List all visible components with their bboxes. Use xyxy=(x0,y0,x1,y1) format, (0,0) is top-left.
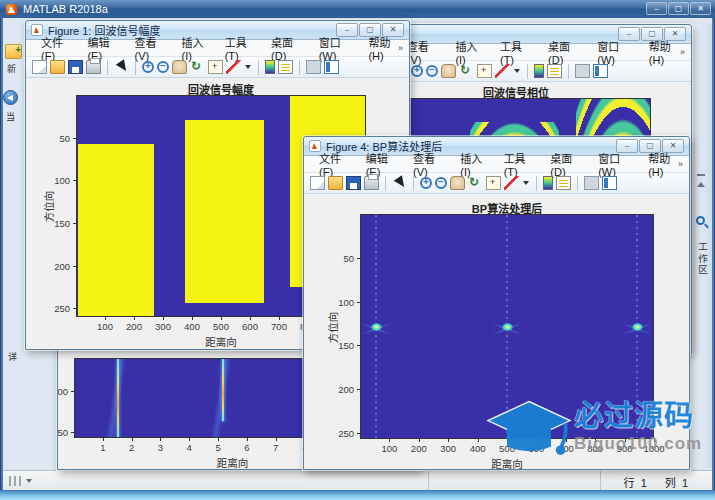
x-tick-mark xyxy=(250,317,251,320)
y-tick-label: 250 xyxy=(328,428,354,439)
menu-item-1[interactable]: 编辑(E) xyxy=(359,150,406,178)
insert-legend-icon[interactable] xyxy=(556,176,571,190)
toolstrip-label-fragment: 新 xyxy=(7,62,16,75)
x-tick-label: 400 xyxy=(180,321,204,332)
edit-plot-icon[interactable] xyxy=(392,176,407,190)
show-plot-tools-dock-icon[interactable] xyxy=(324,60,339,74)
pan-icon[interactable] xyxy=(441,64,456,78)
zoom-in-icon[interactable] xyxy=(420,177,432,189)
menu-item-6[interactable]: 窗口(W) xyxy=(312,34,362,62)
menu-item-1[interactable]: 编辑(E) xyxy=(80,34,127,62)
menu-item-5[interactable]: 桌面(D) xyxy=(264,34,312,62)
insert-legend-icon[interactable] xyxy=(278,60,293,74)
main-window-title: MATLAB R2018a xyxy=(23,3,108,15)
rotate-3d-icon[interactable] xyxy=(190,60,205,74)
hide-plot-tools-icon[interactable] xyxy=(306,60,321,74)
save-figure-icon[interactable] xyxy=(68,60,83,74)
x-tick-label: 3 xyxy=(148,442,172,453)
hide-plot-tools-icon[interactable] xyxy=(575,64,590,78)
dropdown-icon[interactable] xyxy=(522,176,530,190)
menu-item-2[interactable]: 查看(V) xyxy=(406,150,453,178)
x-tick-mark xyxy=(163,317,164,320)
statusbar-grip-icon[interactable] xyxy=(9,476,22,486)
workspace-side-panel[interactable]: 工作区 xyxy=(690,24,712,468)
print-figure-icon[interactable] xyxy=(364,176,379,190)
show-plot-tools-dock-icon[interactable] xyxy=(593,64,608,78)
zoom-out-icon[interactable] xyxy=(435,177,447,189)
insert-colorbar-icon[interactable] xyxy=(543,176,553,190)
menu-item-3[interactable]: 插入(I) xyxy=(453,150,496,178)
range-line-smear xyxy=(210,359,231,438)
save-figure-icon[interactable] xyxy=(346,176,361,190)
rotate-3d-icon[interactable] xyxy=(459,64,474,78)
brush-icon[interactable] xyxy=(226,60,241,74)
data-cursor-icon[interactable] xyxy=(208,60,223,74)
x-tick-label: 1 xyxy=(91,442,115,453)
back-arrow-icon[interactable] xyxy=(3,90,18,105)
print-figure-icon[interactable] xyxy=(86,60,101,74)
zoom-out-icon[interactable] xyxy=(426,65,438,77)
menu-overflow-chevron[interactable]: » xyxy=(680,47,685,57)
menu-item-4[interactable]: 工具(T) xyxy=(493,38,541,66)
zoom-in-icon[interactable] xyxy=(411,65,423,77)
y-axis-label: 方位向 xyxy=(325,310,340,344)
open-file-icon[interactable] xyxy=(328,176,343,190)
y-tick-label: 250 xyxy=(44,303,70,314)
insert-colorbar-icon[interactable] xyxy=(265,60,275,74)
menu-item-3[interactable]: 插入(I) xyxy=(174,34,217,62)
zoom-in-icon[interactable] xyxy=(142,61,154,73)
figure-menubar: 文件(F)编辑(E)查看(V)插入(I)工具(T)桌面(D)窗口(W)帮助(H)… xyxy=(304,156,689,173)
plot-title: BP算法处理后 xyxy=(360,200,654,216)
x-tick-label: 6 xyxy=(235,442,259,453)
y-tick-mark xyxy=(357,345,360,346)
rotate-3d-icon[interactable] xyxy=(468,176,483,190)
brush-icon[interactable] xyxy=(495,64,510,78)
menu-item-0[interactable]: 文件(F) xyxy=(34,34,80,62)
edit-plot-icon[interactable] xyxy=(114,60,129,74)
menu-item-6[interactable]: 窗口(W) xyxy=(591,150,641,178)
search-icon[interactable] xyxy=(696,216,705,225)
y-tick-mark xyxy=(73,180,76,181)
menu-item-5[interactable]: 桌面(D) xyxy=(541,38,590,66)
insert-legend-icon[interactable] xyxy=(547,64,562,78)
menu-overflow-chevron[interactable]: » xyxy=(398,43,403,53)
target-rect xyxy=(185,120,264,304)
menu-overflow-chevron[interactable]: » xyxy=(678,159,683,169)
pan-icon[interactable] xyxy=(450,176,465,190)
main-titlebar[interactable]: MATLAB R2018a – ▢ ✕ xyxy=(0,0,715,18)
y-tick-label: 50 xyxy=(328,253,354,264)
maximize-button[interactable]: ▢ xyxy=(668,2,689,15)
target-rect xyxy=(78,144,154,317)
show-plot-tools-dock-icon[interactable] xyxy=(602,176,617,190)
figure-window-4[interactable]: Figure 4: BP算法处理后–▢✕文件(F)编辑(E)查看(V)插入(I)… xyxy=(303,136,690,470)
new-script-icon[interactable] xyxy=(5,44,22,59)
zoom-out-icon[interactable] xyxy=(157,61,169,73)
close-button[interactable]: ✕ xyxy=(690,2,711,15)
x-tick-label: 200 xyxy=(122,321,146,332)
minimize-button[interactable]: – xyxy=(646,2,667,15)
statusbar-caret-icon[interactable] xyxy=(26,479,32,483)
new-figure-icon[interactable] xyxy=(32,60,47,74)
menu-item-4[interactable]: 工具(T) xyxy=(497,150,544,178)
new-figure-icon[interactable] xyxy=(310,176,325,190)
menu-item-5[interactable]: 桌面(D) xyxy=(543,150,591,178)
menu-item-3[interactable]: 插入(I) xyxy=(448,38,493,66)
x-tick-label: 400 xyxy=(466,443,490,454)
menu-item-0[interactable]: 文件(F) xyxy=(312,150,359,178)
data-cursor-icon[interactable] xyxy=(486,176,501,190)
brush-icon[interactable] xyxy=(504,176,519,190)
hide-plot-tools-icon[interactable] xyxy=(584,176,599,190)
collapse-icon[interactable] xyxy=(697,182,705,187)
dropdown-icon[interactable] xyxy=(513,64,521,78)
menu-item-6[interactable]: 窗口(W) xyxy=(590,38,642,66)
open-file-icon[interactable] xyxy=(50,60,65,74)
status-bar: 行 1 列 1 xyxy=(3,470,712,490)
y-tick-mark xyxy=(357,389,360,390)
pan-icon[interactable] xyxy=(172,60,187,74)
workspace-tab-label[interactable]: 工作区 xyxy=(695,242,709,277)
insert-colorbar-icon[interactable] xyxy=(534,64,544,78)
data-cursor-icon[interactable] xyxy=(477,64,492,78)
menu-item-4[interactable]: 工具(T) xyxy=(218,34,264,62)
menu-item-2[interactable]: 查看(V) xyxy=(127,34,174,62)
dropdown-icon[interactable] xyxy=(244,60,252,74)
